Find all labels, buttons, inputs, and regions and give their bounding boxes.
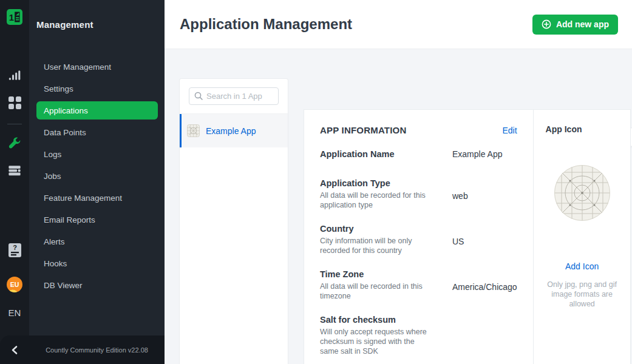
field-label: Salt for checksum bbox=[320, 314, 434, 325]
add-new-app-label: Add new app bbox=[556, 19, 609, 29]
add-new-app-button[interactable]: Add new app bbox=[532, 15, 618, 35]
app-icon-placeholder bbox=[554, 164, 611, 221]
field-description: City information will be only recorded f… bbox=[320, 236, 434, 255]
grid-icon[interactable] bbox=[7, 95, 22, 110]
sidebar-menu: User Management Settings Applications Da… bbox=[29, 58, 165, 298]
info-row-salt-for-checksum: Salt for checksum Will only accept reque… bbox=[320, 314, 517, 356]
app-search-wrap bbox=[180, 79, 288, 114]
field-label: Application Type bbox=[320, 178, 434, 189]
sidebar-item-feature-management[interactable]: Feature Management bbox=[36, 189, 158, 207]
app-icon-panel: App Icon bbox=[533, 110, 631, 364]
app-list-item-label: Example App bbox=[206, 126, 256, 136]
field-label: Application Name bbox=[320, 149, 434, 160]
management-sidebar: Management User Management Settings Appl… bbox=[29, 0, 165, 364]
sidebar-item-settings[interactable]: Settings bbox=[36, 79, 158, 98]
sidebar-item-user-management[interactable]: User Management bbox=[36, 58, 158, 76]
app-detail-card: APP INFORMATION Edit Application Name Ex… bbox=[304, 109, 631, 364]
field-value: Example App bbox=[452, 149, 517, 160]
sidebar-title: Management bbox=[36, 19, 93, 30]
countly-logo[interactable]: 1 bbox=[7, 9, 22, 25]
app-placeholder-icon bbox=[187, 124, 200, 137]
field-description: Will only accept requests where checksum… bbox=[320, 327, 434, 356]
add-icon-link[interactable]: Add Icon bbox=[546, 261, 619, 271]
app-icon-title: App Icon bbox=[546, 124, 619, 134]
collapse-sidebar-button[interactable] bbox=[0, 345, 29, 355]
field-value: US bbox=[452, 223, 517, 255]
version-label: Countly Community Edition v22.08 bbox=[29, 346, 165, 354]
sidebar-item-db-viewer[interactable]: DB Viewer bbox=[36, 276, 158, 294]
sidebar-item-jobs[interactable]: Jobs bbox=[36, 167, 158, 185]
language-selector[interactable]: EN bbox=[0, 308, 29, 318]
field-label: Country bbox=[320, 223, 434, 234]
info-row-time-zone: Time Zone All data will be recorded in t… bbox=[320, 269, 517, 301]
sidebar-item-logs[interactable]: Logs bbox=[36, 145, 158, 163]
icon-format-hint: Only jpg, png and gif image formats are … bbox=[546, 280, 619, 309]
rail-divider bbox=[7, 124, 22, 124]
user-avatar[interactable]: EU bbox=[7, 277, 22, 292]
sidebar-footer: Countly Community Edition v22.08 bbox=[0, 335, 165, 364]
page-header: Application Management Add new app bbox=[165, 0, 632, 49]
sidebar-item-data-points[interactable]: Data Points bbox=[36, 123, 158, 141]
field-label: Time Zone bbox=[320, 269, 434, 280]
server-icon[interactable] bbox=[7, 163, 22, 178]
bar-chart-icon[interactable] bbox=[7, 68, 22, 83]
app-information-section: APP INFORMATION Edit Application Name Ex… bbox=[304, 110, 533, 364]
main-area: Application Management Add new app bbox=[165, 0, 632, 364]
edit-link[interactable]: Edit bbox=[502, 126, 517, 135]
page-title: Application Management bbox=[180, 16, 352, 33]
field-description: All data will be recorded in this timezo… bbox=[320, 281, 434, 301]
help-doc-icon[interactable]: ? bbox=[7, 243, 22, 257]
app-list-item-example-app[interactable]: Example App bbox=[180, 114, 288, 147]
field-value bbox=[452, 314, 517, 356]
content-area: Example App Example App Unlocked ••• APP… bbox=[165, 49, 632, 364]
plus-circle-icon bbox=[542, 19, 551, 29]
info-row-country: Country City information will be only re… bbox=[320, 223, 517, 255]
section-title: APP INFORMATION bbox=[320, 125, 406, 135]
search-icon bbox=[194, 91, 203, 103]
field-value: web bbox=[452, 178, 517, 210]
app-list-panel: Example App bbox=[179, 78, 288, 364]
icon-rail: 1 bbox=[0, 0, 29, 364]
chevron-left-icon bbox=[10, 345, 19, 355]
field-description: All data will be recorded for this appli… bbox=[320, 190, 434, 210]
sidebar-item-email-reports[interactable]: Email Reports bbox=[36, 211, 158, 229]
sidebar-item-hooks[interactable]: Hooks bbox=[36, 254, 158, 272]
sidebar-item-applications[interactable]: Applications bbox=[36, 101, 158, 120]
info-row-application-name: Application Name Example App bbox=[320, 149, 517, 160]
field-value: America/Chicago bbox=[452, 269, 517, 301]
svg-text:?: ? bbox=[13, 244, 17, 251]
info-row-application-type: Application Type All data will be record… bbox=[320, 178, 517, 210]
wrench-icon[interactable] bbox=[7, 136, 22, 151]
sidebar-item-alerts[interactable]: Alerts bbox=[36, 232, 158, 251]
svg-text:1: 1 bbox=[9, 12, 14, 22]
